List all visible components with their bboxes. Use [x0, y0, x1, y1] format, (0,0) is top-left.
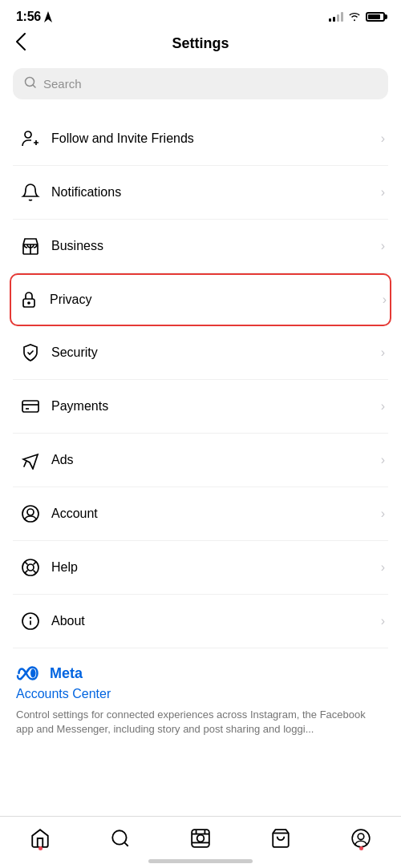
- nav-profile[interactable]: [341, 825, 381, 852]
- reels-icon: [190, 828, 211, 849]
- search-nav-icon: [110, 828, 131, 849]
- back-button[interactable]: [13, 30, 29, 59]
- svg-line-15: [34, 562, 37, 565]
- chevron-icon: ›: [381, 614, 385, 628]
- svg-line-17: [34, 571, 37, 574]
- meta-description: Control settings for connected experienc…: [16, 708, 385, 737]
- chevron-icon: ›: [381, 185, 385, 200]
- svg-point-21: [112, 830, 126, 844]
- status-icons: [329, 10, 385, 24]
- security-label: Security: [45, 345, 381, 360]
- menu-item-payments[interactable]: Payments ›: [13, 380, 388, 434]
- payments-label: Payments: [45, 399, 381, 414]
- notifications-label: Notifications: [45, 185, 381, 200]
- business-label: Business: [45, 239, 381, 253]
- help-label: Help: [45, 560, 381, 575]
- person-icon: [16, 499, 45, 528]
- nav-reels[interactable]: [180, 825, 221, 852]
- lock-icon: [14, 285, 43, 314]
- accounts-center-link[interactable]: Accounts Center: [16, 687, 385, 701]
- home-notification-dot: [38, 846, 43, 850]
- chevron-icon: ›: [381, 239, 385, 253]
- chevron-icon: ›: [381, 399, 385, 414]
- search-bar[interactable]: Search: [13, 68, 388, 99]
- search-icon: [24, 76, 37, 91]
- nav-shop[interactable]: [261, 825, 301, 852]
- meta-section: Meta Accounts Center Control settings fo…: [0, 648, 401, 745]
- menu-item-privacy[interactable]: Privacy ›: [10, 273, 391, 326]
- shop-icon: [16, 232, 45, 260]
- chevron-icon: ›: [381, 453, 385, 467]
- svg-point-1: [25, 131, 31, 138]
- info-icon: [16, 607, 45, 636]
- menu-item-help[interactable]: Help ›: [13, 541, 388, 595]
- menu-item-ads[interactable]: Ads ›: [13, 434, 388, 487]
- menu-list: Follow and Invite Friends › Notification…: [0, 112, 401, 648]
- profile-notification-dot: [359, 846, 363, 850]
- chevron-icon: ›: [381, 560, 385, 575]
- chevron-icon: ›: [381, 345, 385, 360]
- menu-item-notifications[interactable]: Notifications ›: [13, 166, 388, 220]
- chevron-icon: ›: [381, 507, 385, 521]
- svg-rect-5: [22, 401, 38, 412]
- ads-icon: [16, 446, 45, 474]
- svg-line-9: [24, 461, 26, 466]
- page-title: Settings: [172, 35, 229, 52]
- menu-item-security[interactable]: Security ›: [13, 326, 388, 380]
- svg-point-13: [27, 564, 34, 571]
- nav-search[interactable]: [100, 825, 140, 852]
- menu-item-follow[interactable]: Follow and Invite Friends ›: [13, 112, 388, 166]
- svg-line-16: [25, 571, 28, 574]
- follow-label: Follow and Invite Friends: [45, 131, 381, 146]
- signal-icon: [329, 12, 343, 22]
- bag-icon: [270, 828, 291, 849]
- chevron-icon: ›: [383, 293, 387, 307]
- follow-icon: [16, 124, 45, 153]
- svg-line-14: [25, 562, 28, 565]
- svg-point-23: [197, 835, 205, 842]
- privacy-label: Privacy: [43, 293, 383, 307]
- meta-logo: Meta: [16, 664, 385, 682]
- ads-label: Ads: [45, 453, 381, 467]
- svg-point-4: [28, 302, 30, 304]
- meta-logo-icon: [16, 664, 45, 682]
- wifi-icon: [348, 10, 361, 24]
- svg-rect-22: [192, 830, 209, 847]
- lifesaver-icon: [16, 553, 45, 582]
- card-icon: [16, 392, 45, 421]
- bell-icon: [16, 178, 45, 207]
- account-label: Account: [45, 507, 381, 521]
- search-placeholder: Search: [43, 77, 82, 91]
- search-container: Search: [0, 62, 401, 112]
- menu-item-about[interactable]: About ›: [13, 595, 388, 648]
- shield-icon: [16, 338, 45, 367]
- menu-item-business[interactable]: Business ›: [13, 220, 388, 273]
- svg-point-30: [358, 834, 364, 840]
- svg-point-11: [27, 509, 34, 515]
- navigation-icon: [44, 11, 52, 22]
- status-bar: 1:56: [0, 0, 401, 29]
- status-time: 1:56: [16, 10, 41, 24]
- home-indicator: [148, 859, 253, 863]
- meta-logo-text: Meta: [50, 665, 83, 682]
- menu-item-account[interactable]: Account ›: [13, 487, 388, 541]
- nav-home[interactable]: [20, 825, 60, 852]
- about-label: About: [45, 614, 381, 628]
- settings-header: Settings: [0, 29, 401, 62]
- battery-icon: [366, 12, 385, 22]
- chevron-icon: ›: [381, 131, 385, 146]
